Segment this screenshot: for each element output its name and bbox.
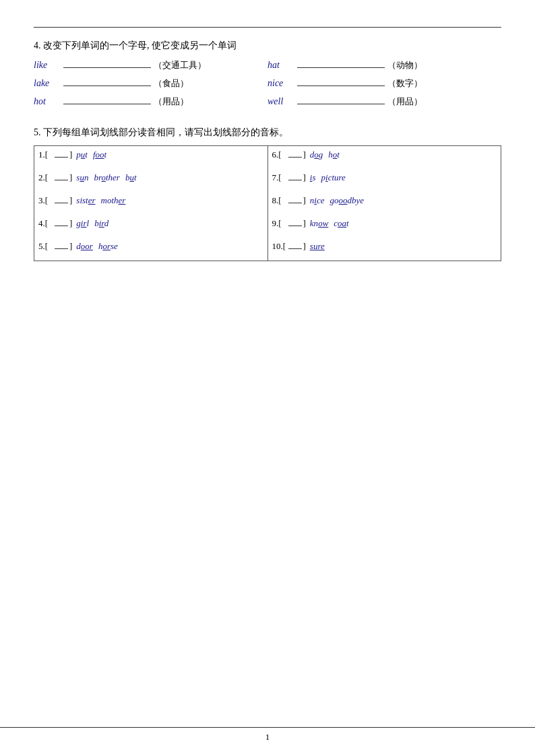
label-1-2: （动物） (387, 59, 422, 71)
table-cell-4-left: 4.[ ] girl bird (34, 215, 268, 238)
bracket-close-10: ] (303, 241, 306, 252)
table-cell-2-right: 7.[ ] is picture (268, 169, 501, 192)
row-num-1: 1.[ (38, 149, 53, 160)
bracket-close-9: ] (303, 218, 306, 229)
row-num-8: 8.[ (272, 195, 287, 206)
table-cell-1-left: 1.[ ] put foot (34, 146, 268, 170)
fill-col-1-2: hat （动物） (268, 59, 501, 77)
table-cell-5-left: 5.[ ] door horse (34, 238, 268, 261)
row-num-5: 5.[ (38, 241, 53, 252)
answer-space-4[interactable] (55, 217, 68, 226)
label-2-2: （数字） (387, 77, 422, 90)
table-row-1: 1.[ ] put foot 6.[ ] dog (34, 146, 501, 170)
word-hat: hat (268, 60, 294, 71)
bracket-close-1: ] (69, 149, 72, 160)
row-num-4: 4.[ (38, 218, 53, 229)
word-girl: girl (76, 218, 89, 229)
word-nice2: nice (310, 195, 325, 206)
fill-line-3-1[interactable] (63, 95, 151, 104)
fill-line-2-2[interactable] (297, 77, 385, 86)
word-is: is (310, 172, 316, 183)
answer-space-10[interactable] (288, 240, 302, 249)
row-num-6: 6.[ (272, 149, 287, 160)
table-cell-2-left: 2.[ ] sun brother but (34, 169, 268, 192)
bracket-close-4: ] (69, 218, 72, 229)
word-horse: horse (98, 241, 118, 252)
table-cell-5-right: 10.[ ] sure (268, 238, 501, 261)
page-footer: 1 (0, 727, 535, 743)
word-sure: sure (310, 241, 325, 252)
table-cell-1-right: 6.[ ] dog hot (268, 146, 501, 170)
word-dog: dog (310, 149, 323, 160)
word-but: but (125, 172, 137, 183)
row-num-3: 3.[ (38, 195, 53, 206)
word-know: know (310, 218, 328, 229)
word-hot2: hot (328, 149, 340, 160)
row-num-2: 2.[ (38, 172, 53, 183)
fill-row-3: hot （用品） well （用品） (34, 95, 501, 113)
word-goodbye: gooodbye (330, 195, 365, 206)
table-cell-3-right: 8.[ ] nice gooodbye (268, 192, 501, 215)
word-put: put (76, 149, 88, 160)
row-num-9: 9.[ (272, 218, 287, 229)
word-bird: bird (94, 218, 108, 229)
label-3-1: （用品） (154, 96, 189, 108)
label-2-1: （食品） (154, 77, 189, 90)
table-cell-4-right: 9.[ ] know coat (268, 215, 501, 238)
section4-title: 4. 改变下列单词的一个字母, 使它变成另一个单词 (34, 40, 501, 52)
word-lake: lake (34, 78, 61, 89)
table-row-3: 3.[ ] sister mother 8.[ ] nice (34, 192, 501, 215)
fill-line-2-1[interactable] (63, 77, 151, 86)
page: 4. 改变下列单词的一个字母, 使它变成另一个单词 like （交通工具） ha… (0, 0, 535, 756)
fill-line-1-2[interactable] (297, 59, 385, 68)
table-cell-3-left: 3.[ ] sister mother (34, 192, 268, 215)
fill-line-3-2[interactable] (297, 95, 385, 104)
word-sister: sister (76, 195, 95, 206)
top-divider (34, 27, 501, 28)
fill-row-1: like （交通工具） hat （动物） (34, 59, 501, 77)
label-1-1: （交通工具） (154, 59, 206, 71)
bracket-close-3: ] (69, 195, 72, 206)
bracket-close-2: ] (69, 172, 72, 183)
label-3-2: （用品） (387, 96, 422, 108)
fill-col-2-1: lake （食品） (34, 77, 268, 95)
table-row-5: 5.[ ] door horse 10.[ ] sure (34, 238, 501, 261)
word-picture: picture (321, 172, 346, 183)
answer-space-5[interactable] (55, 240, 68, 249)
word-coat: coat (334, 218, 348, 229)
answer-space-3[interactable] (55, 195, 68, 203)
phonetic-table: 1.[ ] put foot 6.[ ] dog (34, 145, 501, 261)
word-nice: nice (268, 78, 294, 89)
fill-col-1-1: like （交通工具） (34, 59, 268, 77)
word-sun: sun (76, 172, 88, 183)
answer-space-8[interactable] (288, 195, 302, 203)
table-row-4: 4.[ ] girl bird 9.[ ] know (34, 215, 501, 238)
bracket-close-8: ] (303, 195, 306, 206)
fill-row-2: lake （食品） nice （数字） (34, 77, 501, 95)
answer-space-7[interactable] (288, 172, 302, 180)
bracket-close-5: ] (69, 241, 72, 252)
word-well: well (268, 96, 294, 107)
answer-space-6[interactable] (288, 149, 302, 158)
answer-space-9[interactable] (288, 217, 302, 226)
fill-col-3-2: well （用品） (268, 95, 501, 113)
fill-line-1-1[interactable] (63, 59, 151, 68)
fill-col-2-2: nice （数字） (268, 77, 501, 95)
section5: 5. 下列每组单词划线部分读音相同，请写出划线部分的音标。 1.[ ] put … (34, 127, 501, 261)
word-brother: brother (94, 172, 120, 183)
row-num-10: 10.[ (272, 241, 287, 252)
word-like: like (34, 60, 61, 71)
bracket-close-7: ] (303, 172, 306, 183)
answer-space-2[interactable] (55, 172, 68, 180)
table-row-2: 2.[ ] sun brother but 7.[ ] (34, 169, 501, 192)
fill-col-3-1: hot （用品） (34, 95, 268, 113)
bracket-close-6: ] (303, 149, 306, 160)
word-hot: hot (34, 96, 61, 107)
word-foot: foot (93, 149, 106, 160)
section5-title: 5. 下列每组单词划线部分读音相同，请写出划线部分的音标。 (34, 127, 501, 139)
word-door: door (76, 241, 93, 252)
answer-space-1[interactable] (55, 149, 68, 158)
page-number: 1 (265, 732, 270, 742)
word-mother: mother (101, 195, 126, 206)
row-num-7: 7.[ (272, 172, 287, 183)
